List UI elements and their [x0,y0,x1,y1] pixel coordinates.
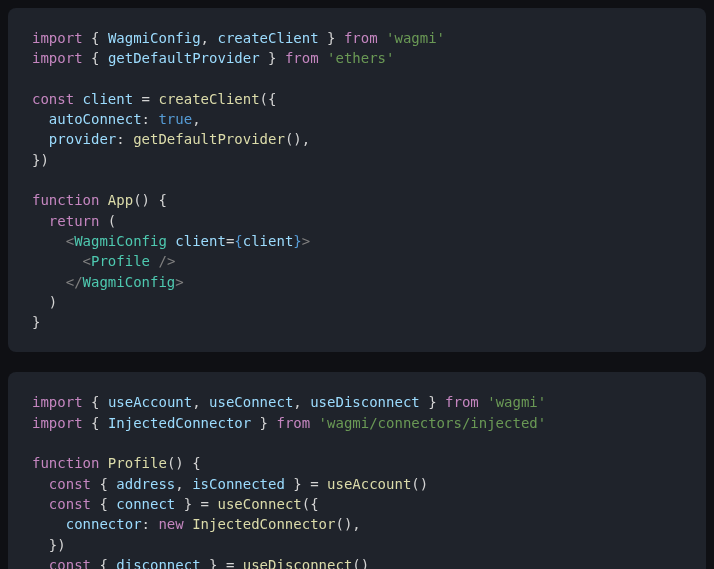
angle: /> [158,253,175,269]
identifier: WagmiConfig [108,30,201,46]
identifier: address [116,476,175,492]
brace: { [91,50,108,66]
indent [32,131,49,147]
comma: , [175,476,192,492]
keyword: from [335,30,386,46]
paren: () { [167,455,201,471]
paren: ({ [260,91,277,107]
jsx-attr: client [175,233,226,249]
identifier: isConnected [192,476,285,492]
identifier: useDisconnect [310,394,420,410]
function: InjectedConnector [192,516,335,532]
brace: } [285,476,302,492]
keyword: return [49,213,100,229]
comma: , [192,394,209,410]
function: useConnect [217,496,301,512]
brace: } [201,557,218,569]
jsx-tag: WagmiConfig [74,233,167,249]
keyword: function [32,455,108,471]
keyword: import [32,50,83,66]
keyword: from [276,50,327,66]
property: connector [66,516,142,532]
angle: </ [66,274,83,290]
code-block-2: import { useAccount, useConnect, useDisc… [8,372,706,569]
identifier: getDefaultProvider [108,50,260,66]
identifier: useConnect [209,394,293,410]
paren: }) [32,152,49,168]
indent [32,496,49,512]
indent [32,516,66,532]
angle: < [83,253,91,269]
brace: { [91,415,108,431]
jsx-tag: Profile [91,253,150,269]
indent [32,111,49,127]
paren: () [411,476,428,492]
angle: > [175,274,183,290]
keyword: const [32,91,83,107]
brace: { [234,233,242,249]
angle: < [66,233,74,249]
paren: (), [285,131,310,147]
indent [32,476,49,492]
function: getDefaultProvider [133,131,285,147]
identifier: disconnect [116,557,200,569]
brace: } [293,233,301,249]
brace: { [99,557,116,569]
colon: : [142,111,159,127]
identifier: useAccount [108,394,192,410]
brace: } [175,496,192,512]
string: 'wagmi/connectors/injected' [319,415,547,431]
angle: > [302,233,310,249]
jsx-tag: WagmiConfig [83,274,176,290]
string: 'wagmi' [386,30,445,46]
indent [32,294,49,310]
indent [32,537,49,553]
identifier: client [83,91,134,107]
boolean: true [158,111,192,127]
keyword: from [268,415,319,431]
keyword: import [32,415,83,431]
paren: ) [49,294,57,310]
keyword: function [32,192,108,208]
paren: () { [133,192,167,208]
function: createClient [158,91,259,107]
op: = [133,91,158,107]
comma: , [192,111,200,127]
identifier: connect [116,496,175,512]
colon: : [142,516,159,532]
code-block-1: import { WagmiConfig, createClient } fro… [8,8,706,352]
identifier: InjectedConnector [108,415,251,431]
identifier: createClient [217,30,318,46]
code-pre-2: import { useAccount, useConnect, useDisc… [32,392,682,569]
function: useDisconnect [243,557,353,569]
keyword: new [158,516,192,532]
function: App [108,192,133,208]
brace: } [319,30,336,46]
keyword: from [437,394,488,410]
paren: () [352,557,369,569]
colon: : [116,131,133,147]
code-pre-1: import { WagmiConfig, createClient } fro… [32,28,682,332]
paren: (), [335,516,360,532]
brace: } [32,314,40,330]
indent [32,274,66,290]
string: 'wagmi' [487,394,546,410]
keyword: const [49,476,100,492]
comma: , [201,30,218,46]
indent [32,557,49,569]
paren: }) [49,537,66,553]
paren: ( [99,213,116,229]
brace: { [99,496,116,512]
op: = [192,496,217,512]
function: useAccount [327,476,411,492]
op: = [302,476,327,492]
keyword: const [49,557,100,569]
identifier: client [243,233,294,249]
comma: , [293,394,310,410]
brace: { [91,30,108,46]
keyword: import [32,394,83,410]
indent [32,233,66,249]
property: autoConnect [49,111,142,127]
function: Profile [108,455,167,471]
keyword: import [32,30,83,46]
